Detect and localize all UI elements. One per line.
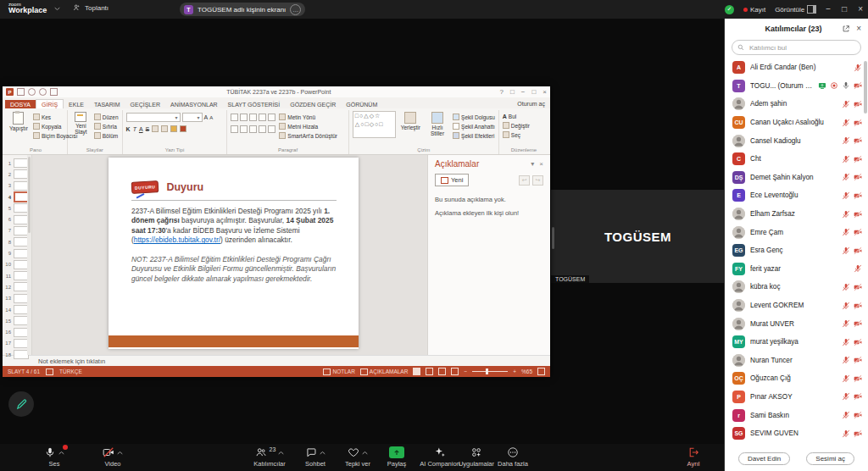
sign-in-link[interactable]: Oturum aç (517, 101, 545, 107)
tab-dosya[interactable]: DOSYA (5, 100, 36, 108)
participant-row[interactable]: OÇ Oğuzcan Çığ (725, 369, 868, 388)
audio-button[interactable]: Ses (32, 446, 76, 468)
tab-slayt-gosterisi[interactable]: SLAYT GÖSTERİSİ (223, 100, 286, 108)
tab-gorunum[interactable]: GÖRÜNÜM (341, 100, 382, 108)
reactions-chevron-icon[interactable] (362, 451, 368, 455)
section-button[interactable]: Bölüm (94, 132, 119, 139)
tab-gecisler[interactable]: GEÇİŞLER (125, 100, 165, 108)
comments-menu-icon[interactable]: ▾ (531, 160, 534, 168)
meeting-tab[interactable]: Toplantı (73, 3, 108, 12)
underline-button[interactable]: A (139, 126, 143, 132)
font-name-select[interactable]: ▾ (126, 113, 181, 122)
participant-row[interactable]: SG SEVİM GÜVEN (725, 424, 868, 443)
font-size-select[interactable]: ▾ (182, 113, 203, 122)
participant-row[interactable]: r Sami Baskın (725, 406, 868, 424)
change-case-icon[interactable] (161, 125, 168, 132)
shape-outline-button[interactable]: Şekil Anahattı (453, 123, 495, 130)
language-indicator[interactable]: TÜRKÇE (59, 368, 82, 374)
previous-comment-button[interactable]: ↩ (519, 175, 530, 186)
chevron-down-icon[interactable] (54, 7, 60, 11)
slideshow-view-icon[interactable] (451, 368, 459, 375)
chat-chevron-icon[interactable] (320, 451, 326, 455)
notes-pane[interactable]: Not eklemek için tıklatın (3, 355, 550, 366)
tab-animasyonlar[interactable]: ANİMASYONLAR (165, 100, 223, 108)
invite-button[interactable]: Davet Edin (738, 452, 790, 465)
participant-row[interactable]: Elham Zarfsaz (725, 205, 868, 224)
bold-button[interactable]: K (126, 126, 131, 132)
shape-effects-button[interactable]: Şekil Efektleri (453, 132, 495, 139)
participants-scrollbar[interactable] (864, 61, 867, 114)
slide-thumbnails[interactable]: 123456789101112131415161718 (3, 155, 32, 355)
ppt-close-button[interactable]: × (542, 88, 547, 96)
grow-font-button[interactable]: A (204, 114, 209, 120)
normal-view-icon[interactable] (413, 368, 420, 375)
audio-options-chevron-icon[interactable] (58, 451, 64, 455)
view-button[interactable]: Görüntüle (775, 5, 816, 14)
quick-styles-button[interactable]: Hızlı Stiller (426, 111, 449, 137)
participant-row[interactable]: DŞ Demet Şahin Kalyon (725, 169, 868, 187)
select-button[interactable]: Seç (503, 131, 545, 138)
notes-toggle[interactable]: NOTLAR (332, 368, 354, 374)
video-button[interactable]: Video (89, 446, 136, 468)
video-tile-togusem[interactable]: TOGÜSEM TOGÜSEM (551, 190, 725, 283)
maximize-button[interactable]: □ (842, 5, 847, 14)
pop-out-icon[interactable] (842, 25, 850, 33)
thumbnail-scrollbar[interactable] (27, 155, 31, 355)
strikethrough-button[interactable]: S (146, 126, 150, 132)
unmute-button[interactable]: Sesimi aç (806, 452, 854, 465)
spell-check-icon[interactable] (46, 368, 53, 375)
zoom-slider-thumb[interactable] (486, 368, 488, 374)
tab-tasarim[interactable]: TASARIM (89, 100, 125, 108)
share-options-icon[interactable]: … (290, 4, 301, 15)
participant-row[interactable]: P Pınar AKSOY (725, 388, 868, 407)
panel-close-icon[interactable]: × (856, 25, 861, 33)
participant-row[interactable]: MY murat yeşilkaya (725, 333, 868, 352)
paste-button[interactable]: Yapıştır (8, 111, 30, 132)
convert-smartart-button[interactable]: SmartArt'a Dönüştür (279, 132, 337, 139)
ribbon-options-icon[interactable]: □ (510, 88, 515, 96)
annotate-button[interactable] (8, 391, 34, 417)
participant-row[interactable]: Murat ÜNVER (725, 314, 868, 333)
participant-row[interactable]: T TOGÜ... (Oturum Sahibi) (725, 77, 868, 96)
tab-gozden-gecir[interactable]: GÖZDEN GEÇİR (285, 100, 341, 108)
participant-row[interactable]: Levent GÖKREM (725, 296, 868, 315)
participant-row[interactable]: Nuran Tuncer (725, 352, 868, 370)
participant-row[interactable]: A Ali Erdi Candar (Ben) (725, 58, 868, 77)
chat-button[interactable]: Sohbet (297, 446, 334, 468)
screen-share-pill[interactable]: T TOGÜSEM adlı kişinin ekranı … (180, 3, 305, 16)
slide-sorter-view-icon[interactable] (426, 368, 433, 375)
security-shield-icon[interactable]: ✓ (725, 5, 734, 14)
comments-toggle[interactable]: AÇIKLAMALAR (370, 368, 409, 374)
next-comment-button[interactable]: ↪ (532, 175, 543, 186)
italic-button[interactable]: T (133, 126, 136, 132)
participant-row[interactable]: Emre Çam (725, 223, 868, 241)
leave-button[interactable]: Ayrıl (674, 446, 713, 468)
find-button[interactable]: ABul (503, 114, 545, 119)
highlight-color-icon[interactable] (170, 125, 177, 132)
new-comment-button[interactable]: Yeni (435, 174, 469, 186)
fit-to-window-icon[interactable] (537, 368, 545, 375)
help-icon[interactable]: ? (500, 88, 504, 96)
zoom-percentage[interactable]: %65 (521, 368, 532, 374)
participant-search[interactable] (732, 40, 861, 55)
tab-giris[interactable]: GİRİŞ (36, 99, 64, 108)
alignment-buttons[interactable] (231, 125, 275, 133)
ppt-minimize-button[interactable]: − (521, 88, 526, 96)
share-button[interactable]: Paylaş (380, 446, 414, 468)
zoom-out-button[interactable]: − (464, 368, 467, 374)
slide-4[interactable]: DUYURU Duyuru 2237-A Bilimsel Eğitim Etk… (108, 158, 359, 349)
video-options-chevron-icon[interactable] (117, 451, 123, 455)
slideshow-start-icon[interactable] (50, 88, 58, 96)
participant-row[interactable]: Adem şahin (725, 95, 868, 114)
close-button[interactable]: × (858, 5, 863, 14)
participants-button[interactable]: 23 Katılımcılar (246, 446, 293, 468)
panel-collapse-handle[interactable] (552, 227, 554, 249)
participant-row[interactable]: EG Esra Genç (725, 241, 868, 260)
align-text-button[interactable]: Metni Hizala (279, 123, 337, 130)
character-spacing-icon[interactable] (152, 125, 159, 132)
shapes-gallery[interactable]: □○△◇☆△○□◇○□ (353, 111, 396, 138)
list-buttons[interactable] (231, 114, 275, 121)
participant-row[interactable]: kübra koç (725, 278, 868, 296)
text-direction-button[interactable]: Metin Yönü (279, 114, 337, 120)
reset-button[interactable]: Sıfırla (94, 123, 119, 130)
